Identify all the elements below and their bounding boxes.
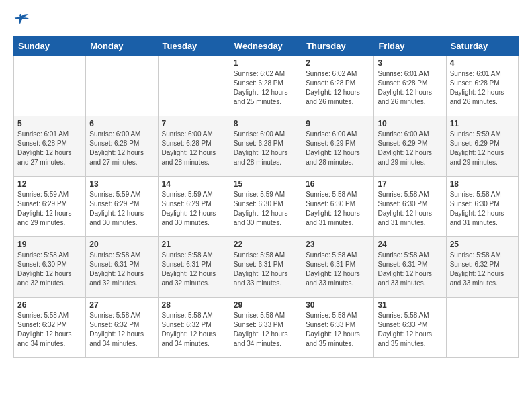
- day-number: 18: [450, 179, 515, 189]
- weekday-header-wednesday: Wednesday: [230, 37, 302, 56]
- day-info: Sunrise: 5:59 AM Sunset: 6:30 PM Dayligh…: [234, 190, 298, 228]
- day-info: Sunrise: 5:58 AM Sunset: 6:33 PM Dayligh…: [306, 311, 370, 349]
- calendar-header-row: SundayMondayTuesdayWednesdayThursdayFrid…: [14, 37, 519, 56]
- day-info: Sunrise: 6:00 AM Sunset: 6:29 PM Dayligh…: [306, 130, 370, 167]
- day-info: Sunrise: 5:58 AM Sunset: 6:31 PM Dayligh…: [378, 250, 442, 288]
- day-number: 31: [378, 300, 442, 310]
- calendar-cell: 22Sunrise: 5:58 AM Sunset: 6:31 PM Dayli…: [230, 237, 302, 298]
- calendar-cell: [158, 56, 230, 116]
- calendar-cell: [446, 298, 518, 358]
- calendar-cell: 1Sunrise: 6:02 AM Sunset: 6:28 PM Daylig…: [230, 56, 302, 116]
- day-number: 4: [450, 58, 515, 68]
- day-info: Sunrise: 5:58 AM Sunset: 6:30 PM Dayligh…: [378, 190, 442, 228]
- calendar-week-row: 5Sunrise: 6:01 AM Sunset: 6:28 PM Daylig…: [14, 116, 519, 177]
- day-number: 13: [89, 179, 154, 189]
- day-number: 23: [306, 240, 370, 249]
- day-number: 19: [17, 240, 82, 249]
- day-info: Sunrise: 5:59 AM Sunset: 6:29 PM Dayligh…: [17, 190, 82, 228]
- day-info: Sunrise: 5:58 AM Sunset: 6:31 PM Dayligh…: [162, 250, 226, 288]
- calendar-cell: 15Sunrise: 5:59 AM Sunset: 6:30 PM Dayli…: [230, 177, 302, 237]
- day-number: 16: [306, 179, 370, 189]
- calendar-cell: 13Sunrise: 5:59 AM Sunset: 6:29 PM Dayli…: [86, 177, 158, 237]
- day-number: 27: [89, 300, 154, 310]
- day-info: Sunrise: 6:00 AM Sunset: 6:28 PM Dayligh…: [89, 130, 154, 167]
- day-number: 28: [162, 300, 226, 310]
- day-info: Sunrise: 6:00 AM Sunset: 6:28 PM Dayligh…: [234, 130, 298, 167]
- day-info: Sunrise: 6:01 AM Sunset: 6:28 PM Dayligh…: [378, 69, 442, 107]
- day-info: Sunrise: 5:58 AM Sunset: 6:31 PM Dayligh…: [306, 250, 370, 288]
- calendar-cell: 10Sunrise: 6:00 AM Sunset: 6:29 PM Dayli…: [374, 116, 446, 177]
- calendar-week-row: 12Sunrise: 5:59 AM Sunset: 6:29 PM Dayli…: [14, 177, 519, 237]
- calendar-cell: 25Sunrise: 5:58 AM Sunset: 6:32 PM Dayli…: [446, 237, 518, 298]
- header: [13, 13, 519, 30]
- day-info: Sunrise: 5:58 AM Sunset: 6:33 PM Dayligh…: [234, 311, 298, 349]
- day-info: Sunrise: 5:58 AM Sunset: 6:32 PM Dayligh…: [450, 250, 515, 288]
- weekday-header-monday: Monday: [86, 37, 158, 56]
- calendar-cell: 6Sunrise: 6:00 AM Sunset: 6:28 PM Daylig…: [86, 116, 158, 177]
- day-info: Sunrise: 5:58 AM Sunset: 6:31 PM Dayligh…: [89, 250, 154, 288]
- calendar-cell: 31Sunrise: 5:58 AM Sunset: 6:33 PM Dayli…: [374, 298, 446, 358]
- day-info: Sunrise: 6:02 AM Sunset: 6:28 PM Dayligh…: [306, 69, 370, 107]
- calendar-cell: 27Sunrise: 5:58 AM Sunset: 6:32 PM Dayli…: [86, 298, 158, 358]
- calendar-cell: 24Sunrise: 5:58 AM Sunset: 6:31 PM Dayli…: [374, 237, 446, 298]
- day-info: Sunrise: 5:58 AM Sunset: 6:30 PM Dayligh…: [17, 250, 82, 288]
- day-info: Sunrise: 5:58 AM Sunset: 6:30 PM Dayligh…: [306, 190, 370, 228]
- calendar-cell: 7Sunrise: 6:00 AM Sunset: 6:28 PM Daylig…: [158, 116, 230, 177]
- calendar-cell: 17Sunrise: 5:58 AM Sunset: 6:30 PM Dayli…: [374, 177, 446, 237]
- logo: [13, 13, 32, 30]
- calendar-cell: 21Sunrise: 5:58 AM Sunset: 6:31 PM Dayli…: [158, 237, 230, 298]
- day-info: Sunrise: 5:58 AM Sunset: 6:32 PM Dayligh…: [17, 311, 82, 349]
- calendar-cell: 19Sunrise: 5:58 AM Sunset: 6:30 PM Dayli…: [14, 237, 86, 298]
- day-number: 24: [378, 240, 442, 249]
- day-info: Sunrise: 5:58 AM Sunset: 6:32 PM Dayligh…: [162, 311, 226, 349]
- day-number: 15: [234, 179, 298, 189]
- day-number: 5: [17, 119, 82, 128]
- calendar-week-row: 1Sunrise: 6:02 AM Sunset: 6:28 PM Daylig…: [14, 56, 519, 116]
- calendar-cell: [14, 56, 86, 116]
- weekday-header-tuesday: Tuesday: [158, 37, 230, 56]
- calendar-week-row: 19Sunrise: 5:58 AM Sunset: 6:30 PM Dayli…: [14, 237, 519, 298]
- day-info: Sunrise: 5:59 AM Sunset: 6:29 PM Dayligh…: [162, 190, 226, 228]
- weekday-header-sunday: Sunday: [14, 37, 86, 56]
- day-number: 25: [450, 240, 515, 249]
- calendar-cell: 28Sunrise: 5:58 AM Sunset: 6:32 PM Dayli…: [158, 298, 230, 358]
- calendar-cell: 23Sunrise: 5:58 AM Sunset: 6:31 PM Dayli…: [302, 237, 374, 298]
- day-number: 9: [306, 119, 370, 128]
- day-info: Sunrise: 5:58 AM Sunset: 6:32 PM Dayligh…: [89, 311, 154, 349]
- weekday-header-friday: Friday: [374, 37, 446, 56]
- day-number: 22: [234, 240, 298, 249]
- calendar-cell: 14Sunrise: 5:59 AM Sunset: 6:29 PM Dayli…: [158, 177, 230, 237]
- day-number: 6: [89, 119, 154, 128]
- calendar-cell: 2Sunrise: 6:02 AM Sunset: 6:28 PM Daylig…: [302, 56, 374, 116]
- day-info: Sunrise: 6:02 AM Sunset: 6:28 PM Dayligh…: [234, 69, 298, 107]
- day-number: 12: [17, 179, 82, 189]
- day-number: 26: [17, 300, 82, 310]
- day-number: 14: [162, 179, 226, 189]
- calendar-cell: 5Sunrise: 6:01 AM Sunset: 6:28 PM Daylig…: [14, 116, 86, 177]
- day-number: 1: [234, 58, 298, 68]
- calendar-cell: 3Sunrise: 6:01 AM Sunset: 6:28 PM Daylig…: [374, 56, 446, 116]
- calendar-cell: 12Sunrise: 5:59 AM Sunset: 6:29 PM Dayli…: [14, 177, 86, 237]
- calendar-cell: [86, 56, 158, 116]
- day-number: 3: [378, 58, 442, 68]
- day-number: 30: [306, 300, 370, 310]
- day-number: 2: [306, 58, 370, 68]
- day-info: Sunrise: 6:00 AM Sunset: 6:28 PM Dayligh…: [162, 130, 226, 167]
- calendar-table: SundayMondayTuesdayWednesdayThursdayFrid…: [13, 36, 519, 358]
- calendar-cell: 30Sunrise: 5:58 AM Sunset: 6:33 PM Dayli…: [302, 298, 374, 358]
- weekday-header-thursday: Thursday: [302, 37, 374, 56]
- calendar-cell: 29Sunrise: 5:58 AM Sunset: 6:33 PM Dayli…: [230, 298, 302, 358]
- day-info: Sunrise: 5:58 AM Sunset: 6:30 PM Dayligh…: [450, 190, 515, 228]
- calendar-cell: 4Sunrise: 6:01 AM Sunset: 6:28 PM Daylig…: [446, 56, 518, 116]
- calendar-cell: 26Sunrise: 5:58 AM Sunset: 6:32 PM Dayli…: [14, 298, 86, 358]
- day-number: 17: [378, 179, 442, 189]
- day-number: 20: [89, 240, 154, 249]
- day-number: 8: [234, 119, 298, 128]
- day-info: Sunrise: 5:59 AM Sunset: 6:29 PM Dayligh…: [89, 190, 154, 228]
- day-number: 29: [234, 300, 298, 310]
- day-info: Sunrise: 5:58 AM Sunset: 6:33 PM Dayligh…: [378, 311, 442, 349]
- day-info: Sunrise: 5:58 AM Sunset: 6:31 PM Dayligh…: [234, 250, 298, 288]
- calendar-cell: 9Sunrise: 6:00 AM Sunset: 6:29 PM Daylig…: [302, 116, 374, 177]
- calendar-cell: 18Sunrise: 5:58 AM Sunset: 6:30 PM Dayli…: [446, 177, 518, 237]
- day-number: 7: [162, 119, 226, 128]
